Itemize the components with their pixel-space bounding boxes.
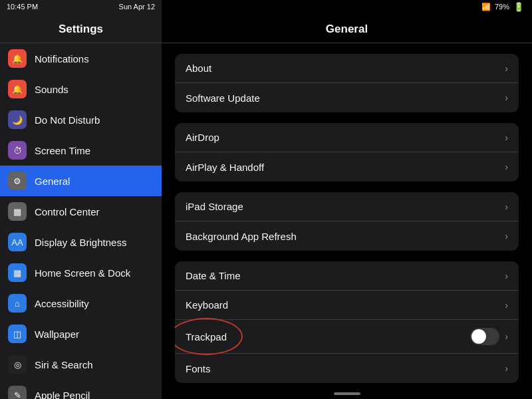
chevron-about: › — [505, 63, 508, 74]
sidebar-item-sounds[interactable]: 🔔Sounds — [0, 74, 162, 104]
chevron-ipad-storage: › — [505, 201, 508, 212]
sidebar-item-control-center[interactable]: ▦Control Center — [0, 196, 162, 227]
sidebar-label-accessibility: Accessibility — [35, 298, 89, 309]
row-label-airplay-handoff: AirPlay & Handoff — [186, 162, 505, 173]
row-label-fonts: Fonts — [186, 363, 505, 374]
row-label-ipad-storage: iPad Storage — [186, 201, 505, 212]
toggle-knob — [471, 329, 486, 344]
battery-status: 79% — [495, 3, 509, 11]
scroll-indicator — [334, 392, 360, 395]
sidebar-label-apple-pencil: Apple Pencil — [35, 390, 90, 400]
sidebar-item-do-not-disturb[interactable]: 🌙Do Not Disturb — [0, 104, 162, 135]
sidebar-item-display-brightness[interactable]: AADisplay & Brightness — [0, 227, 162, 257]
settings-row-fonts[interactable]: Fonts› — [175, 354, 519, 383]
chevron-keyboard: › — [505, 300, 508, 311]
settings-row-keyboard[interactable]: Keyboard› — [175, 291, 519, 320]
notifications-icon: 🔔 — [8, 49, 27, 68]
status-date: Sun Apr 12 — [119, 3, 155, 11]
main-content: 📶 79% 🔋 General About›Software Update›Ai… — [162, 0, 532, 399]
row-label-software-update: Software Update — [186, 92, 505, 104]
battery-icon: 🔋 — [513, 2, 524, 12]
sidebar-item-general[interactable]: ⚙General — [0, 166, 162, 196]
trackpad-toggle[interactable] — [470, 328, 499, 345]
row-label-trackpad: Trackpad — [186, 331, 470, 342]
sidebar-label-screen-time: Screen Time — [35, 145, 90, 156]
settings-group-group1: About›Software Update› — [175, 54, 519, 112]
settings-group-group3: iPad Storage›Background App Refresh› — [175, 192, 519, 251]
sidebar-scroll: 🔔Notifications🔔Sounds🌙Do Not Disturb⏱Scr… — [0, 43, 162, 399]
siri-search-icon: ◎ — [8, 355, 27, 374]
wifi-icon: 📶 — [481, 3, 491, 11]
main-scroll: About›Software Update›AirDrop›AirPlay & … — [162, 43, 532, 390]
row-label-date-time: Date & Time — [186, 270, 505, 281]
chevron-fonts: › — [505, 363, 508, 374]
sounds-icon: 🔔 — [8, 80, 27, 98]
sidebar-label-control-center: Control Center — [35, 206, 100, 217]
settings-row-airdrop[interactable]: AirDrop› — [175, 123, 519, 152]
row-label-keyboard: Keyboard — [186, 299, 505, 311]
sidebar-item-home-screen[interactable]: ▦Home Screen & Dock — [0, 257, 162, 288]
chevron-background-refresh: › — [505, 231, 508, 241]
row-label-about: About — [186, 63, 505, 74]
sidebar-item-apple-pencil[interactable]: ✎Apple Pencil — [0, 380, 162, 399]
chevron-software-update: › — [505, 92, 508, 103]
sidebar: 10:45 PM Sun Apr 12 Settings 🔔Notificati… — [0, 0, 162, 399]
display-brightness-icon: AA — [8, 233, 27, 251]
control-center-icon: ▦ — [8, 202, 27, 221]
sidebar-title: Settings — [0, 13, 162, 43]
sidebar-label-notifications: Notifications — [35, 53, 89, 65]
accessibility-icon: ⌂ — [8, 294, 27, 313]
settings-row-background-refresh[interactable]: Background App Refresh› — [175, 221, 519, 251]
sidebar-item-notifications[interactable]: 🔔Notifications — [0, 43, 162, 74]
chevron-trackpad: › — [505, 331, 508, 342]
screen-time-icon: ⏱ — [8, 141, 27, 160]
settings-row-airplay-handoff[interactable]: AirPlay & Handoff› — [175, 152, 519, 182]
settings-row-about[interactable]: About› — [175, 54, 519, 83]
settings-row-ipad-storage[interactable]: iPad Storage› — [175, 192, 519, 221]
chevron-airdrop: › — [505, 132, 508, 143]
sidebar-item-screen-time[interactable]: ⏱Screen Time — [0, 135, 162, 166]
sidebar-item-siri-search[interactable]: ◎Siri & Search — [0, 349, 162, 380]
wallpaper-icon: ◫ — [8, 325, 27, 343]
sidebar-item-accessibility[interactable]: ⌂Accessibility — [0, 288, 162, 319]
main-header: General — [162, 13, 532, 43]
settings-group-group4: Date & Time›Keyboard›Trackpad›Fonts› — [175, 261, 519, 383]
sidebar-label-sounds: Sounds — [35, 84, 68, 95]
settings-group-group2: AirDrop›AirPlay & Handoff› — [175, 123, 519, 182]
settings-row-date-time[interactable]: Date & Time› — [175, 261, 519, 291]
sidebar-label-general: General — [35, 176, 70, 187]
settings-row-trackpad[interactable]: Trackpad› — [175, 320, 519, 354]
scroll-indicator-container — [162, 390, 532, 399]
sidebar-label-home-screen: Home Screen & Dock — [35, 267, 130, 279]
sidebar-label-siri-search: Siri & Search — [35, 359, 93, 370]
chevron-airplay-handoff: › — [505, 162, 508, 172]
do-not-disturb-icon: 🌙 — [8, 110, 27, 129]
row-label-background-refresh: Background App Refresh — [186, 231, 505, 242]
apple-pencil-icon: ✎ — [8, 386, 27, 399]
sidebar-label-do-not-disturb: Do Not Disturb — [35, 114, 100, 126]
general-icon: ⚙ — [8, 172, 27, 190]
sidebar-label-display-brightness: Display & Brightness — [35, 237, 126, 248]
status-time: 10:45 PM — [7, 3, 38, 11]
sidebar-label-wallpaper: Wallpaper — [35, 329, 79, 340]
settings-row-software-update[interactable]: Software Update› — [175, 83, 519, 112]
row-label-airdrop: AirDrop — [186, 132, 505, 143]
chevron-date-time: › — [505, 271, 508, 281]
home-screen-icon: ▦ — [8, 263, 27, 282]
sidebar-item-wallpaper[interactable]: ◫Wallpaper — [0, 319, 162, 349]
